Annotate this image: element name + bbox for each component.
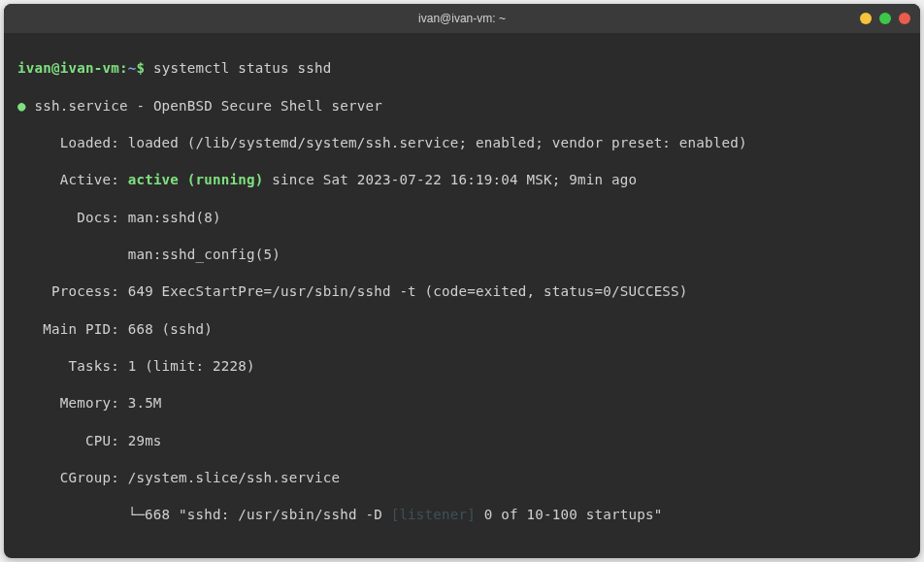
loaded-line: Loaded: loaded (/lib/systemd/system/ssh.… <box>17 134 907 152</box>
tasks-line: Tasks: 1 (limit: 2228) <box>17 357 907 376</box>
cgroup-line: CGroup: /system.slice/ssh.service <box>17 469 907 487</box>
process-line: Process: 649 ExecStartPre=/usr/sbin/sshd… <box>17 282 907 301</box>
cgroup-tree: └─668 "sshd: /usr/sbin/sshd -D [listener… <box>17 506 907 524</box>
active-line: Active: active (running) since Sat 2023-… <box>17 171 907 189</box>
prompt-line-1: ivan@ivan-vm:~$ systemctl status sshd <box>17 59 907 78</box>
status-bullet-icon: ● <box>17 98 26 114</box>
service-header: ● ssh.service - OpenBSD Secure Shell ser… <box>17 97 907 116</box>
minimize-icon[interactable] <box>860 13 872 24</box>
watermark-text: [listener] <box>391 507 476 522</box>
docs-line-2: man:sshd_config(5) <box>17 246 907 264</box>
maximize-icon[interactable] <box>879 13 891 24</box>
terminal-window: ivan@ivan-vm: ~ ivan@ivan-vm:~$ systemct… <box>4 4 920 558</box>
close-icon[interactable] <box>899 13 910 24</box>
command-1: systemctl status sshd <box>153 60 332 76</box>
memory-line: Memory: 3.5M <box>17 394 907 413</box>
active-status: active (running) <box>128 172 264 187</box>
mainpid-line: Main PID: 668 (sshd) <box>17 320 907 339</box>
window-title: ivan@ivan-vm: ~ <box>418 12 506 25</box>
blank-1 <box>17 544 907 558</box>
window-controls <box>860 13 910 24</box>
prompt-user: ivan@ivan-vm <box>17 60 119 76</box>
titlebar: ivan@ivan-vm: ~ <box>4 4 920 33</box>
docs-line-1: Docs: man:sshd(8) <box>17 209 907 227</box>
cpu-line: CPU: 29ms <box>17 432 907 450</box>
terminal-body[interactable]: ivan@ivan-vm:~$ systemctl status sshd ● … <box>4 33 920 558</box>
